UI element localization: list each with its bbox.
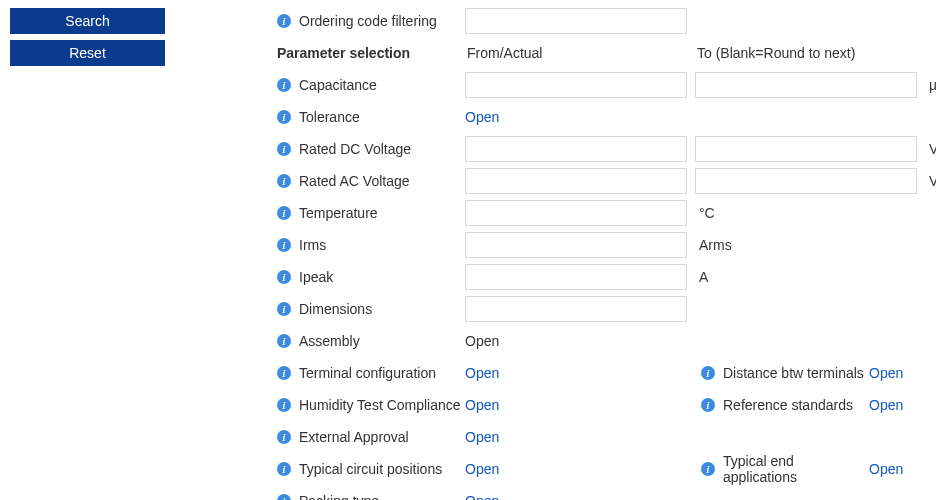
rated-dc-from-input[interactable]: [465, 136, 687, 162]
capacitance-label: Capacitance: [299, 77, 377, 93]
info-icon[interactable]: i: [277, 14, 291, 28]
assembly-label: Assembly: [299, 333, 360, 349]
distance-terminals-open-link[interactable]: Open: [869, 365, 903, 381]
reference-standards-open-link[interactable]: Open: [869, 397, 903, 413]
info-icon[interactable]: i: [277, 334, 291, 348]
capacitance-to-input[interactable]: [695, 72, 917, 98]
tolerance-label: Tolerance: [299, 109, 360, 125]
ipeak-input[interactable]: [465, 264, 687, 290]
info-icon[interactable]: i: [277, 462, 291, 476]
temperature-input[interactable]: [465, 200, 687, 226]
info-icon[interactable]: i: [277, 494, 291, 500]
irms-label: Irms: [299, 237, 326, 253]
tolerance-open-link[interactable]: Open: [465, 109, 499, 125]
info-icon[interactable]: i: [277, 78, 291, 92]
irms-unit: Arms: [695, 237, 745, 253]
rated-ac-to-input[interactable]: [695, 168, 917, 194]
temperature-unit: °C: [695, 205, 745, 221]
search-button[interactable]: Search: [10, 8, 165, 34]
info-icon[interactable]: i: [277, 174, 291, 188]
from-actual-header: From/Actual: [465, 45, 695, 61]
rated-dc-to-input[interactable]: [695, 136, 917, 162]
info-icon[interactable]: i: [701, 462, 715, 476]
packing-type-open-link[interactable]: Open: [465, 493, 499, 500]
ordering-code-input[interactable]: [465, 8, 687, 34]
info-icon[interactable]: i: [701, 398, 715, 412]
humidity-open-link[interactable]: Open: [465, 397, 499, 413]
distance-terminals-label: Distance btw terminals: [723, 365, 864, 381]
humidity-label: Humidity Test Compliance: [299, 397, 461, 413]
irms-input[interactable]: [465, 232, 687, 258]
terminal-config-label: Terminal configuration: [299, 365, 436, 381]
info-icon[interactable]: i: [277, 398, 291, 412]
ordering-code-label: Ordering code filtering: [299, 13, 437, 29]
to-header: To (Blank=Round to next): [695, 45, 925, 61]
info-icon[interactable]: i: [277, 366, 291, 380]
rated-ac-unit: Vrms: [925, 173, 936, 189]
external-approval-label: External Approval: [299, 429, 409, 445]
dimensions-label: Dimensions: [299, 301, 372, 317]
info-icon[interactable]: i: [701, 366, 715, 380]
dimensions-input[interactable]: [465, 296, 687, 322]
info-icon[interactable]: i: [277, 270, 291, 284]
ipeak-label: Ipeak: [299, 269, 333, 285]
info-icon[interactable]: i: [277, 302, 291, 316]
typical-end-label: Typical end applications: [723, 453, 869, 485]
info-icon[interactable]: i: [277, 206, 291, 220]
info-icon[interactable]: i: [277, 430, 291, 444]
temperature-label: Temperature: [299, 205, 378, 221]
info-icon[interactable]: i: [277, 142, 291, 156]
capacitance-from-input[interactable]: [465, 72, 687, 98]
packing-type-label: Packing type: [299, 493, 379, 500]
typical-circuit-label: Typical circuit positions: [299, 461, 442, 477]
info-icon[interactable]: i: [277, 238, 291, 252]
reference-standards-label: Reference standards: [723, 397, 853, 413]
rated-ac-from-input[interactable]: [465, 168, 687, 194]
parameter-selection-heading: Parameter selection: [275, 45, 465, 61]
rated-dc-label: Rated DC Voltage: [299, 141, 411, 157]
external-approval-open-link[interactable]: Open: [465, 429, 499, 445]
typical-circuit-open-link[interactable]: Open: [465, 461, 499, 477]
terminal-config-open-link[interactable]: Open: [465, 365, 499, 381]
info-icon[interactable]: i: [277, 110, 291, 124]
ipeak-unit: A: [695, 269, 745, 285]
typical-end-open-link[interactable]: Open: [869, 461, 903, 477]
capacitance-unit: µF: [925, 77, 936, 93]
rated-dc-unit: Vdc: [925, 141, 936, 157]
assembly-open: Open: [465, 333, 499, 349]
reset-button[interactable]: Reset: [10, 40, 165, 66]
rated-ac-label: Rated AC Voltage: [299, 173, 410, 189]
